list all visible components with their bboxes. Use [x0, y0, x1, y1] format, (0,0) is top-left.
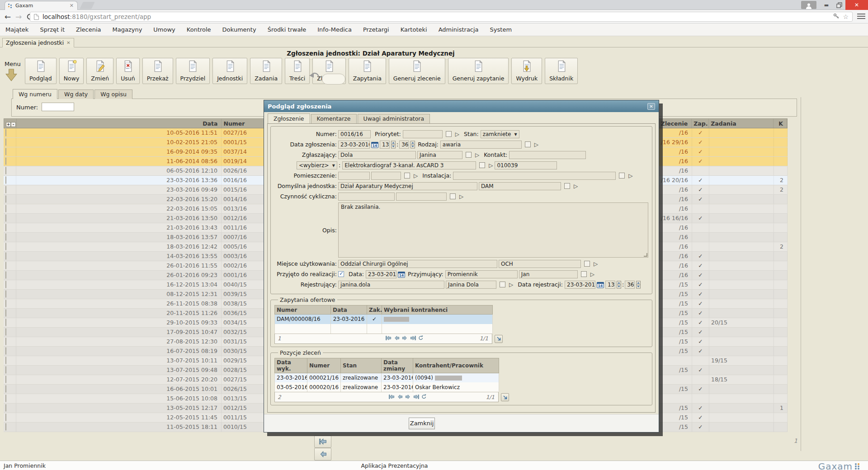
toolbar-button-jednostki[interactable]: Jednostki [212, 58, 247, 84]
row-checkbox[interactable] [5, 404, 6, 412]
row-checkbox[interactable] [5, 148, 6, 155]
next-page-icon[interactable] [405, 394, 411, 400]
przyjmujacy-field[interactable]: Promiennik [445, 270, 518, 278]
rodzaj-picker-icon[interactable]: ▷ [534, 141, 538, 148]
filter-tab-wg-daty[interactable]: Wg daty [58, 89, 94, 99]
przyjmujacy-checkbox[interactable] [581, 271, 587, 277]
rejestrujacy-picker-icon[interactable]: ▷ [509, 282, 513, 288]
row-checkbox[interactable] [5, 243, 6, 250]
jednostka-checkbox[interactable] [564, 183, 570, 189]
toolbar-button-tre-ci[interactable]: Treści [285, 58, 310, 84]
back-icon[interactable]: ← [5, 12, 11, 22]
row-checkbox[interactable] [5, 395, 6, 402]
row-checkbox[interactable] [5, 224, 6, 231]
row-checkbox[interactable] [5, 300, 6, 307]
pomieszczenie-field[interactable] [338, 172, 370, 180]
skladnik-kod-field[interactable]: 010039 [495, 161, 557, 169]
instalacja-field[interactable] [453, 172, 616, 180]
czynnosc-picker-icon[interactable]: ▷ [459, 193, 463, 200]
numer-field[interactable]: 0016/16 [338, 130, 371, 138]
miejsce-field[interactable]: Oddział Chirurgii Ogólnej [338, 260, 497, 268]
rejestracja-data-field[interactable]: 23-03-2016 [565, 281, 595, 289]
row-checkbox[interactable] [5, 262, 6, 269]
instalacja-checkbox[interactable] [619, 173, 625, 179]
window-close-button[interactable]: ✕ [845, 0, 868, 10]
przyjmujacy-imie-field[interactable]: Jan [519, 270, 578, 278]
jednostka-picker-icon[interactable]: ▷ [574, 183, 578, 189]
grid-header-date[interactable]: Data [17, 119, 222, 128]
row-checkbox[interactable] [5, 271, 6, 279]
row-checkbox[interactable] [5, 357, 6, 364]
browser-menu-icon[interactable] [857, 14, 865, 19]
undo-arrow-icon[interactable] [309, 71, 320, 83]
expand-all-button[interactable]: + [6, 122, 11, 127]
minimize-button[interactable]: ▬ [820, 0, 833, 10]
dialog-tab-zg-oszenie[interactable]: Zgłoszenie [268, 113, 310, 123]
filter-tab-wg-opisu[interactable]: Wg opisu [94, 89, 132, 99]
rejestracja-godzina-field[interactable]: 13 [605, 281, 615, 289]
toolbar-button-nowy[interactable]: Nowy [59, 58, 84, 84]
filter-tab-wg-numeru[interactable]: Wg numeru [13, 89, 57, 99]
row-checkbox[interactable] [5, 186, 6, 193]
previous-page-icon[interactable] [397, 394, 403, 400]
minuta-field[interactable]: 36 [399, 141, 409, 149]
menu-item-administracja[interactable]: Administracja [439, 26, 479, 33]
menu-item-przetargi[interactable]: Przetargi [363, 26, 389, 33]
toolbar-button-usu[interactable]: Usuń [116, 58, 140, 84]
last-page-icon[interactable] [413, 394, 419, 400]
toolbar-button-generuj-zlecenie[interactable]: Generuj zlecenie [389, 58, 445, 84]
czynnosc-field[interactable] [338, 193, 395, 201]
menu-label[interactable]: Menu [5, 61, 21, 67]
grid-header-k[interactable]: K [774, 119, 787, 128]
app-tab-zgloszenia-jednostki[interactable]: Zgłoszenia jednostki ✕ [2, 38, 74, 47]
miejsce-checkbox[interactable] [584, 261, 590, 267]
app-tab-close-icon[interactable]: ✕ [66, 40, 70, 45]
row-checkbox[interactable] [5, 376, 6, 383]
profile-icon[interactable] [801, 1, 816, 9]
priorytet-checkbox[interactable] [446, 131, 452, 137]
kontakt-field[interactable] [509, 151, 586, 159]
przyjeto-data-field[interactable]: 23-03-2016 [366, 270, 396, 278]
godzina-spinner[interactable] [391, 141, 396, 149]
grid-header-q[interactable]: Zap. [692, 119, 709, 128]
pozycja-row[interactable]: 03-05-2016 000020/16 zrealizowane 23-03-… [275, 382, 499, 392]
skladnik-field[interactable]: Elektrokardiograf 3-kanał. AsCARD 3 [342, 161, 476, 169]
priorytet-field[interactable] [403, 130, 443, 138]
minuta-spinner[interactable] [410, 141, 415, 149]
collapse-all-button[interactable]: - [11, 122, 16, 127]
dialog-tab-komentarze[interactable]: Komentarze [311, 114, 357, 123]
previous-page-icon[interactable] [314, 448, 331, 461]
row-checkbox[interactable] [5, 290, 6, 298]
jednostka-kod-field[interactable]: DAM [479, 182, 561, 190]
new-tab-button[interactable] [80, 2, 94, 9]
skladnik-checkbox[interactable] [479, 162, 485, 168]
rejestrujacy-pelny-field[interactable]: Janina Dola [446, 281, 496, 289]
zamknij-button[interactable]: Zamknij [409, 418, 435, 429]
menu-item-kartoteki[interactable]: Kartoteki [401, 26, 427, 33]
toolbar-button-zadania[interactable]: Zadania [250, 58, 282, 84]
miejsce-picker-icon[interactable]: ▷ [594, 261, 598, 267]
row-checkbox[interactable] [5, 366, 6, 374]
tab-close-icon[interactable]: ✕ [69, 3, 75, 9]
previous-page-icon[interactable] [394, 335, 400, 342]
miejsce-kod-field[interactable]: OCH [499, 260, 581, 268]
opis-textarea[interactable]: Brak zasilania. [338, 202, 648, 258]
forward-icon[interactable]: → [15, 12, 22, 22]
pomieszczenie-checkbox[interactable] [404, 173, 410, 179]
rejestracja-minuta-field[interactable]: 36 [625, 281, 635, 289]
pomieszczenie-picker-icon[interactable]: ▷ [414, 173, 418, 179]
row-checkbox[interactable] [5, 138, 6, 146]
pozycja-row[interactable]: 23-03-2016 000021/16 zrealizowane 23-03-… [275, 373, 499, 382]
rejestrujacy-checkbox[interactable] [500, 282, 505, 287]
url-text[interactable]: localhost:8180/gxstart_prezent/app [42, 13, 830, 20]
first-page-icon[interactable] [389, 394, 395, 400]
zglaszajacy-nazwisko-field[interactable]: Dola [338, 151, 416, 159]
row-checkbox[interactable] [5, 205, 6, 212]
menu-item-kontrole[interactable]: Kontrole [187, 26, 211, 33]
last-page-icon[interactable] [410, 335, 416, 342]
key-icon[interactable] [833, 13, 839, 20]
data-zgloszenia-field[interactable]: 23-03-2016 [338, 141, 370, 149]
menu-item-system[interactable]: System [490, 26, 512, 33]
row-checkbox[interactable] [5, 167, 6, 174]
dialog-close-icon[interactable]: ✕ [647, 103, 655, 110]
